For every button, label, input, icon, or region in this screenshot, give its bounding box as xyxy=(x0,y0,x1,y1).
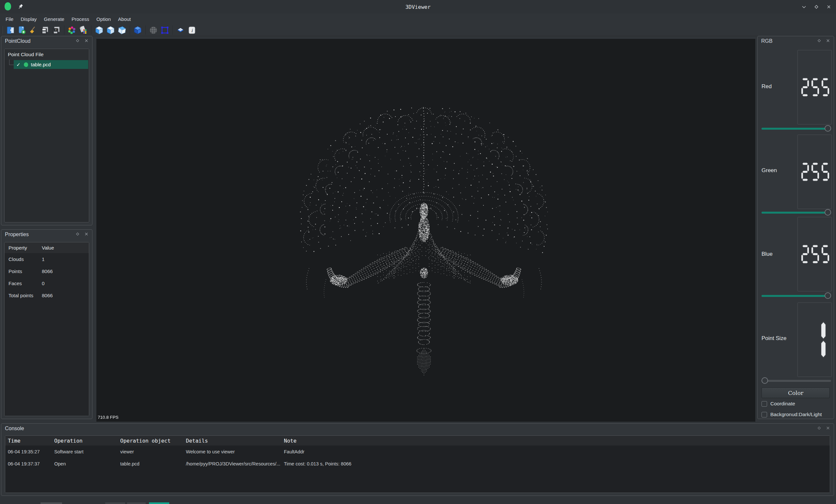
point-size-slider[interactable] xyxy=(761,377,831,385)
slider-handle[interactable] xyxy=(824,125,831,132)
bounding-box-icon[interactable] xyxy=(160,25,170,35)
toolbar-separator xyxy=(145,25,146,35)
open-file-icon[interactable] xyxy=(5,25,16,35)
column-header[interactable]: Property xyxy=(4,245,38,251)
tree-item-label: table.pcd xyxy=(31,62,51,67)
background-checkbox-row[interactable]: Backgronud:Dark/Light xyxy=(761,411,822,418)
green-slider[interactable] xyxy=(761,209,831,217)
console-log-row[interactable]: 06-04 19:35:27Software startviewerWelcom… xyxy=(5,446,830,458)
blue-lcd-display xyxy=(797,217,832,291)
console-log-row[interactable]: 06-04 19:37:37Opentable.pcd/home/pyy/PRO… xyxy=(5,458,830,470)
float-panel-icon[interactable] xyxy=(75,232,80,237)
check-icon[interactable]: ✓ xyxy=(16,62,21,67)
svg-text:10: 10 xyxy=(55,29,57,31)
mesh-sphere-icon[interactable] xyxy=(148,25,158,35)
blue-label: Blue xyxy=(761,251,773,257)
close-panel-icon[interactable] xyxy=(84,38,89,44)
color-fields-icon[interactable] xyxy=(78,25,89,35)
properties-panel-title-bar[interactable]: Properties xyxy=(1,230,92,239)
console-table: TimeOperationOperation objectDetailsNote… xyxy=(5,435,830,493)
property-row[interactable]: Points8066 xyxy=(4,265,89,277)
coordinate-checkbox-row[interactable]: Coordinate xyxy=(761,400,795,407)
console-cell: Welcome to use viewer xyxy=(186,449,235,454)
pointcloud-item-icon xyxy=(24,62,28,67)
close-button[interactable] xyxy=(826,4,832,9)
menu-bar: FileDisplayGenerateProcessOptionAbout xyxy=(0,14,836,24)
slider-track[interactable] xyxy=(761,380,831,382)
pointcloud-panel-title-bar[interactable]: PointCloud xyxy=(1,36,92,46)
save-binary-icon[interactable]: 10 xyxy=(51,25,61,35)
minimize-button[interactable] xyxy=(801,4,806,9)
menu-item-option[interactable]: Option xyxy=(93,15,114,23)
tree-root-label[interactable]: Point Cloud File xyxy=(4,49,89,60)
slider-handle[interactable] xyxy=(824,209,831,216)
cube-solid-icon[interactable] xyxy=(133,25,143,35)
menu-item-about[interactable]: About xyxy=(114,15,134,23)
point-size-lcd-display xyxy=(797,303,832,377)
blue-slider[interactable] xyxy=(761,292,831,300)
cube-smooth-icon[interactable] xyxy=(117,25,127,35)
clear-broom-icon[interactable] xyxy=(28,25,39,35)
toolbar-separator xyxy=(130,25,130,35)
slider-handle[interactable] xyxy=(761,377,768,384)
property-name: Total points xyxy=(4,293,38,298)
property-value: 8066 xyxy=(38,293,53,298)
menu-item-generate[interactable]: Generate xyxy=(40,15,68,23)
float-panel-icon[interactable] xyxy=(817,426,821,431)
tree-item-table.pcd[interactable]: ✓table.pcd xyxy=(4,60,89,69)
viewport-3d[interactable]: 710.8 FPS xyxy=(96,39,755,422)
close-panel-icon[interactable] xyxy=(84,232,89,237)
console-column-header[interactable]: Operation object xyxy=(120,438,171,444)
console-panel-title-bar[interactable]: Console xyxy=(1,424,834,433)
console-cell: FaultAddr xyxy=(284,449,304,454)
toolbar-separator xyxy=(172,25,173,35)
title-bar: 3DViewer xyxy=(0,0,836,14)
taskbar-peek-segment xyxy=(127,502,146,504)
close-panel-icon[interactable] xyxy=(826,426,830,431)
app-icon xyxy=(4,2,12,12)
console-column-header[interactable]: Note xyxy=(284,438,297,444)
checkbox-label: Coordinate xyxy=(770,401,795,407)
color-button[interactable]: Color xyxy=(761,387,830,398)
column-header[interactable]: Value xyxy=(38,245,54,251)
maximize-button[interactable] xyxy=(814,4,819,9)
coordinate-checkbox[interactable] xyxy=(761,401,767,407)
console-column-header[interactable]: Details xyxy=(186,438,208,444)
menu-item-process[interactable]: Process xyxy=(68,15,93,23)
property-name: Faces xyxy=(4,280,38,286)
cube-wireframe-icon[interactable] xyxy=(94,25,104,35)
background-checkbox[interactable] xyxy=(761,412,767,418)
add-pointcloud-icon[interactable] xyxy=(17,25,27,35)
about-info-icon[interactable]: i xyxy=(187,25,197,35)
float-panel-icon[interactable] xyxy=(75,38,80,44)
property-row[interactable]: Faces0 xyxy=(4,277,89,289)
toolbar-separator xyxy=(91,25,92,35)
property-value: 1 xyxy=(38,256,44,262)
cube-flat-icon[interactable] xyxy=(106,25,116,35)
property-value: 8066 xyxy=(38,269,53,274)
manual-book-icon[interactable] xyxy=(175,25,186,35)
property-row[interactable]: Total points8066 xyxy=(4,289,89,302)
console-column-header[interactable]: Time xyxy=(8,438,21,444)
pin-icon[interactable] xyxy=(18,4,23,11)
red-label: Red xyxy=(761,83,772,90)
red-slider[interactable] xyxy=(761,125,831,133)
console-column-header[interactable]: Operation xyxy=(54,438,83,444)
slider-fill xyxy=(761,128,831,130)
console-cell: 06-04 19:37:37 xyxy=(8,461,40,466)
property-row[interactable]: Clouds1 xyxy=(4,253,89,265)
toolbar-drag-handle[interactable] xyxy=(2,26,3,34)
point-cloud-render[interactable] xyxy=(96,39,755,422)
menu-item-display[interactable]: Display xyxy=(17,15,40,23)
console-cell: Software start xyxy=(54,449,83,454)
status-strip xyxy=(0,497,836,504)
color-points-icon[interactable] xyxy=(67,25,77,35)
fps-counter: 710.8 FPS xyxy=(98,415,119,420)
tree-branch-line xyxy=(9,59,14,65)
toolbar: 10 i xyxy=(0,24,836,36)
slider-handle[interactable] xyxy=(824,292,831,299)
save-icon[interactable] xyxy=(40,25,50,35)
rgb-panel: RGB RedGreenBluePoint Size Color Coordin… xyxy=(757,36,834,419)
menu-item-file[interactable]: File xyxy=(2,15,17,23)
property-name: Points xyxy=(4,269,38,274)
